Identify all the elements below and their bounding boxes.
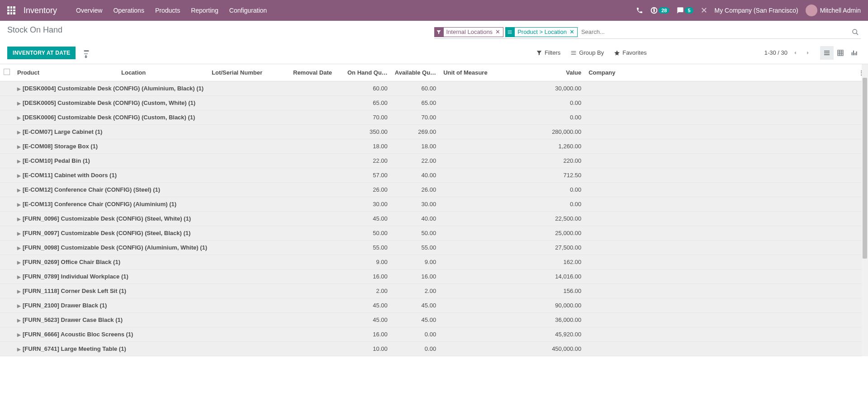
phone-icon[interactable] bbox=[636, 7, 643, 14]
table-row[interactable]: ▶[E-COM07] Large Cabinet (1)350.00269.00… bbox=[0, 125, 868, 139]
col-available[interactable]: Available Qu… bbox=[391, 64, 440, 81]
table-row[interactable]: ▶[FURN_0096] Customizable Desk (CONFIG) … bbox=[0, 212, 868, 226]
filter-facet[interactable]: Internal Locations ✕ bbox=[434, 27, 504, 37]
expand-caret-icon[interactable]: ▶ bbox=[17, 128, 23, 135]
expand-caret-icon[interactable]: ▶ bbox=[17, 201, 23, 208]
row-value: 0.00 bbox=[548, 197, 585, 212]
expand-caret-icon[interactable]: ▶ bbox=[17, 230, 23, 236]
table-row[interactable]: ▶[DESK0006] Customizable Desk (CONFIG) (… bbox=[0, 110, 868, 125]
row-value: 30,000.00 bbox=[548, 81, 585, 96]
expand-caret-icon[interactable]: ▶ bbox=[17, 273, 23, 280]
table-row[interactable]: ▶[E-COM10] Pedal Bin (1)22.0022.00220.00 bbox=[0, 154, 868, 168]
col-location[interactable]: Location bbox=[118, 64, 208, 81]
col-company[interactable]: Company bbox=[585, 64, 855, 81]
message-badge: 5 bbox=[685, 7, 693, 14]
table-row[interactable]: ▶[E-COM11] Cabinet with Doors (1)57.0040… bbox=[0, 168, 868, 183]
table-row[interactable]: ▶[E-COM08] Storage Box (1)18.0018.001,26… bbox=[0, 139, 868, 154]
search-input[interactable] bbox=[579, 28, 850, 36]
row-onhand: 55.00 bbox=[344, 241, 391, 255]
pager-next-icon[interactable] bbox=[803, 48, 813, 58]
table-row[interactable]: ▶[FURN_0269] Office Chair Black (1)9.009… bbox=[0, 255, 868, 269]
table-row[interactable]: ▶[FURN_0789] Individual Workplace (1)16.… bbox=[0, 269, 868, 284]
app-title[interactable]: Inventory bbox=[24, 6, 57, 15]
col-value[interactable]: Value bbox=[548, 64, 585, 81]
expand-caret-icon[interactable]: ▶ bbox=[17, 316, 23, 323]
favorites-dropdown[interactable]: Favorites bbox=[614, 49, 646, 56]
graph-view-icon[interactable] bbox=[847, 46, 861, 60]
studio-close-icon[interactable]: ✕ bbox=[701, 5, 707, 15]
row-available: 0.00 bbox=[391, 327, 440, 342]
search-box[interactable]: Internal Locations ✕ Product > Location … bbox=[434, 25, 861, 39]
groupby-dropdown[interactable]: Group By bbox=[570, 49, 604, 56]
table-row[interactable]: ▶[FURN_6666] Acoustic Bloc Screens (1)16… bbox=[0, 327, 868, 342]
col-removal[interactable]: Removal Date bbox=[289, 64, 344, 81]
menu-configuration[interactable]: Configuration bbox=[229, 7, 267, 14]
col-onhand[interactable]: On Hand Qu… bbox=[344, 64, 391, 81]
pager-text[interactable]: 1-30 / 30 bbox=[764, 49, 787, 56]
menu-overview[interactable]: Overview bbox=[76, 7, 102, 14]
vertical-scrollbar[interactable] bbox=[862, 64, 868, 356]
menu-operations[interactable]: Operations bbox=[113, 7, 144, 14]
row-product: [FURN_1118] Corner Desk Left Sit (1) bbox=[23, 288, 126, 294]
groupby-facet[interactable]: Product > Location ✕ bbox=[505, 27, 578, 37]
filters-dropdown[interactable]: Filters bbox=[536, 49, 560, 56]
row-onhand: 45.00 bbox=[344, 313, 391, 327]
expand-caret-icon[interactable]: ▶ bbox=[17, 215, 23, 222]
company-selector[interactable]: My Company (San Francisco) bbox=[715, 7, 798, 14]
expand-caret-icon[interactable]: ▶ bbox=[17, 302, 23, 309]
row-value: 45,920.00 bbox=[548, 327, 585, 342]
expand-caret-icon[interactable]: ▶ bbox=[17, 331, 23, 338]
row-available: 40.00 bbox=[391, 168, 440, 183]
expand-caret-icon[interactable]: ▶ bbox=[17, 244, 23, 251]
user-menu[interactable]: Mitchell Admin bbox=[806, 5, 861, 16]
row-product: [E-COM10] Pedal Bin (1) bbox=[23, 157, 90, 164]
col-product[interactable]: Product bbox=[14, 64, 118, 81]
table-row[interactable]: ▶[DESK0004] Customizable Desk (CONFIG) (… bbox=[0, 81, 868, 96]
table-row[interactable]: ▶[FURN_0098] Customizable Desk (CONFIG) … bbox=[0, 241, 868, 255]
row-product: [E-COM12] Conference Chair (CONFIG) (Ste… bbox=[23, 186, 160, 193]
table-row[interactable]: ▶[FURN_5623] Drawer Case Black (1)45.004… bbox=[0, 313, 868, 327]
expand-caret-icon[interactable]: ▶ bbox=[17, 143, 23, 150]
col-uom[interactable]: Unit of Measure bbox=[440, 64, 548, 81]
svg-rect-2 bbox=[838, 50, 843, 56]
menu-products[interactable]: Products bbox=[155, 7, 180, 14]
table-row[interactable]: ▶[FURN_0097] Customizable Desk (CONFIG) … bbox=[0, 226, 868, 241]
table-row[interactable]: ▶[E-COM13] Conference Chair (CONFIG) (Al… bbox=[0, 197, 868, 212]
expand-caret-icon[interactable]: ▶ bbox=[17, 288, 23, 294]
expand-caret-icon[interactable]: ▶ bbox=[17, 186, 23, 193]
pager-prev-icon[interactable] bbox=[790, 48, 800, 58]
filter-facet-close-icon[interactable]: ✕ bbox=[495, 28, 500, 35]
groupby-facet-close-icon[interactable]: ✕ bbox=[569, 28, 574, 35]
col-lot[interactable]: Lot/Serial Number bbox=[208, 64, 289, 81]
control-panel: Stock On Hand Internal Locations ✕ bbox=[0, 21, 868, 64]
activity-icon[interactable]: 28 bbox=[650, 7, 669, 14]
select-all-checkbox[interactable] bbox=[4, 69, 10, 75]
messaging-icon[interactable]: 5 bbox=[677, 7, 693, 14]
table-row[interactable]: ▶[DESK0005] Customizable Desk (CONFIG) (… bbox=[0, 96, 868, 110]
row-product: [E-COM11] Cabinet with Doors (1) bbox=[23, 172, 117, 179]
inventory-at-date-button[interactable]: INVENTORY AT DATE bbox=[7, 47, 76, 59]
row-available: 2.00 bbox=[391, 284, 440, 298]
expand-caret-icon[interactable]: ▶ bbox=[17, 172, 23, 179]
list-view-icon[interactable] bbox=[820, 46, 834, 60]
scrollbar-thumb[interactable] bbox=[863, 78, 867, 259]
table-row[interactable]: ▶[FURN_2100] Drawer Black (1)45.0045.009… bbox=[0, 298, 868, 313]
expand-caret-icon[interactable]: ▶ bbox=[17, 157, 23, 164]
export-icon[interactable] bbox=[83, 45, 90, 60]
row-onhand: 65.00 bbox=[344, 96, 391, 110]
row-product: [E-COM13] Conference Chair (CONFIG) (Alu… bbox=[23, 201, 176, 208]
pivot-view-icon[interactable] bbox=[834, 46, 847, 60]
expand-caret-icon[interactable]: ▶ bbox=[17, 259, 23, 265]
apps-menu-icon[interactable] bbox=[7, 6, 15, 14]
table-row[interactable]: ▶[FURN_1118] Corner Desk Left Sit (1)2.0… bbox=[0, 284, 868, 298]
table-row[interactable]: ▶[FURN_6741] Large Meeting Table (1)10.0… bbox=[0, 342, 868, 356]
expand-caret-icon[interactable]: ▶ bbox=[17, 345, 23, 352]
expand-caret-icon[interactable]: ▶ bbox=[17, 85, 23, 92]
expand-caret-icon[interactable]: ▶ bbox=[17, 99, 23, 106]
top-navbar: Inventory Overview Operations Products R… bbox=[0, 0, 868, 21]
search-icon[interactable] bbox=[850, 28, 861, 36]
menu-reporting[interactable]: Reporting bbox=[191, 7, 218, 14]
expand-caret-icon[interactable]: ▶ bbox=[17, 114, 23, 121]
row-onhand: 18.00 bbox=[344, 139, 391, 154]
table-row[interactable]: ▶[E-COM12] Conference Chair (CONFIG) (St… bbox=[0, 183, 868, 197]
